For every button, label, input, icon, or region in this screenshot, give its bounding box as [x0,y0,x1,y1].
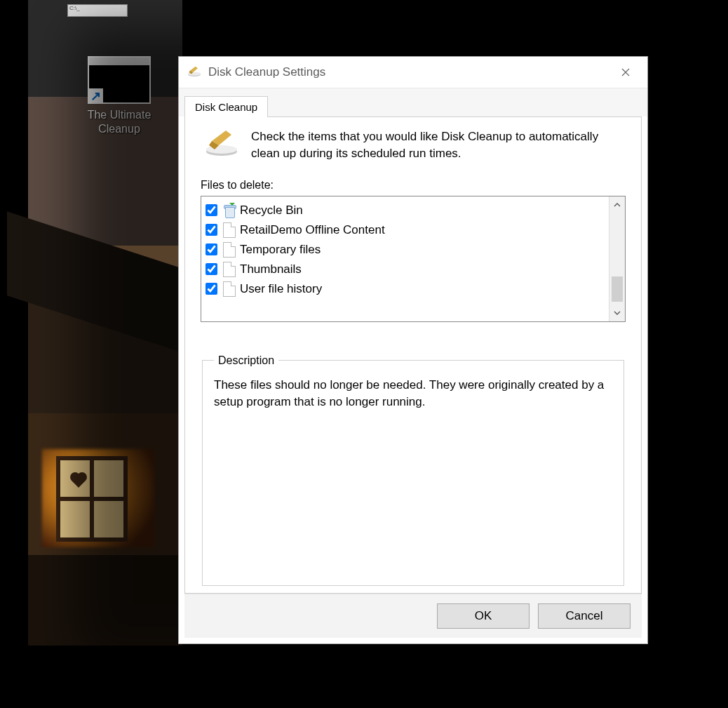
item-label: RetailDemo Offline Content [240,223,385,237]
disk-cleanup-large-icon [205,128,238,156]
tab-strip: Disk Cleanup [179,88,647,116]
list-item[interactable]: Temporary files [204,240,606,260]
dialog-button-row: OK Cancel [184,594,642,638]
item-checkbox[interactable] [205,204,217,216]
background-cmd-window: C:\_ [67,4,128,17]
close-button[interactable] [609,62,642,83]
files-listbox[interactable]: Recycle BinRetailDemo Offline ContentTem… [201,196,626,322]
dialog-content: Check the items that you would like Disk… [184,116,642,594]
item-checkbox[interactable] [205,224,217,236]
description-legend: Description [214,354,278,367]
item-label: User file history [240,282,322,296]
listbox-scrollbar[interactable] [609,196,625,321]
description-text: These files should no longer be needed. … [214,377,612,411]
files-to-delete-label: Files to delete: [201,179,626,192]
disk-cleanup-icon [187,65,201,79]
scroll-up-button[interactable] [609,196,625,213]
list-item[interactable]: User file history [204,279,606,299]
recycle-bin-icon [223,203,236,218]
close-icon [621,68,630,76]
item-checkbox[interactable] [205,243,217,255]
chevron-up-icon [614,201,621,208]
chevron-down-icon [614,309,621,316]
file-icon [223,262,236,277]
list-item[interactable]: RetailDemo Offline Content [204,220,606,240]
description-group: Description These files should no longer… [202,354,624,586]
dialog-title: Disk Cleanup Settings [208,65,609,79]
file-icon [223,222,236,238]
disk-cleanup-settings-dialog: Disk Cleanup Settings Disk Cleanup Check… [178,56,648,644]
scroll-down-button[interactable] [609,305,625,321]
cancel-button[interactable]: Cancel [538,603,631,629]
scrollbar-thumb[interactable] [612,276,623,302]
item-checkbox[interactable] [205,263,217,275]
tab-disk-cleanup[interactable]: Disk Cleanup [184,96,268,117]
intro-text: Check the items that you would like Disk… [251,128,621,162]
ok-button[interactable]: OK [437,603,530,629]
file-icon [223,242,236,258]
item-checkbox[interactable] [205,283,217,295]
list-item[interactable]: Recycle Bin [204,201,606,220]
item-label: Thumbnails [240,262,302,276]
item-label: Recycle Bin [240,203,303,218]
item-label: Temporary files [240,243,321,257]
file-icon [223,281,236,297]
list-item[interactable]: Thumbnails [204,260,606,279]
dialog-titlebar[interactable]: Disk Cleanup Settings [179,57,647,88]
